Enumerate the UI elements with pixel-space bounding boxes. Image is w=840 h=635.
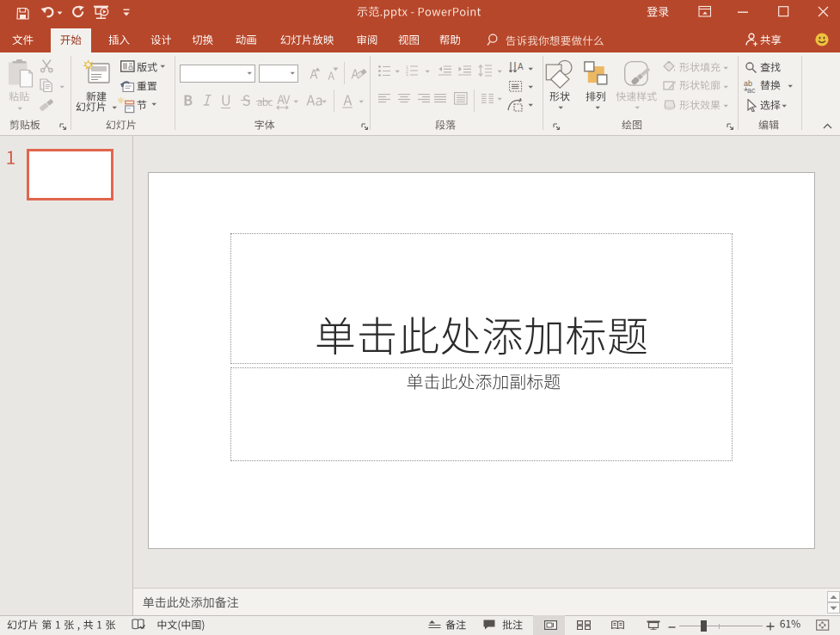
svg-text:ac: ac [747, 86, 756, 93]
svg-text:3: 3 [406, 73, 408, 77]
svg-text:A: A [518, 62, 524, 71]
